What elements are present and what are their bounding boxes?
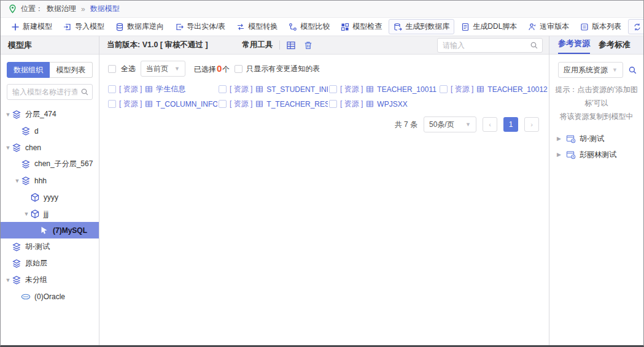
tree-item[interactable]: 胡-测试 [1, 238, 99, 255]
reference-tree-item[interactable]: ▶彭丽林测试 [557, 147, 643, 162]
resource-name-link[interactable]: TEACHER_10012 [487, 85, 547, 94]
tree-item-label: d [34, 127, 39, 135]
tree-item[interactable]: yyyy [1, 189, 99, 205]
ddl-script-icon [461, 23, 470, 31]
resource-checkbox[interactable] [219, 100, 227, 108]
resource-checkbox[interactable] [329, 85, 337, 93]
toolbar-new-model-button[interactable]: 新建模型 [7, 20, 56, 34]
tree-item[interactable]: ▼hhh [1, 172, 99, 189]
pagination-total: 共 7 条 [395, 120, 417, 130]
toolbar: 新建模型导入模型数据库逆向导出实体/表模型转换模型比较模型检查生成到数据库生成D… [1, 18, 643, 36]
toolbar-version-list-button[interactable]: 版本列表 [576, 20, 626, 34]
resource-item: [ 资源 ]WPJSXX [329, 99, 438, 109]
tree-item[interactable]: 原始层 [1, 255, 99, 272]
toolbar-new-model-label: 新建模型 [23, 21, 52, 32]
resource-checkbox[interactable] [108, 100, 116, 108]
model-search-input[interactable] [7, 84, 93, 100]
resource-tag: [ 资源 ] [119, 84, 142, 94]
toolbar-submit-version-button[interactable]: 送审版本 [524, 20, 573, 34]
tree-item[interactable]: ▼chen [1, 139, 99, 156]
toolbar-generate-to-db-label: 生成到数据库 [405, 21, 449, 32]
toolbar-model-transform-button[interactable]: 模型转换 [232, 20, 282, 34]
resource-checkbox[interactable] [440, 85, 448, 93]
toolbar-model-compare-button[interactable]: 模型比较 [284, 20, 334, 34]
page-size-select[interactable]: 50条/页 ▼ [424, 116, 476, 132]
toolbar-db-reverse-button[interactable]: 数据库逆向 [111, 20, 168, 34]
reference-panel: 参考资源参考标准 应用系统资源 ▼ 提示：点击资源的'添加图标'可以 将该资源复… [549, 36, 643, 345]
resource-name-link[interactable]: T_TEACHER_RESEARCH [266, 100, 328, 109]
tab-ref-standards[interactable]: 参考标准 [599, 39, 630, 54]
tab-model-list[interactable]: 模型列表 [50, 62, 93, 78]
toolbar-import-model-button[interactable]: 导入模型 [59, 20, 109, 34]
resource-checkbox[interactable] [329, 100, 337, 108]
caret-down-icon[interactable]: ▼ [4, 112, 12, 118]
resource-checkbox[interactable] [219, 85, 227, 93]
caret-down-icon[interactable]: ▼ [14, 178, 21, 184]
layers-icon [12, 110, 21, 120]
transform-icon [236, 23, 245, 31]
resource-tag: [ 资源 ] [119, 99, 142, 109]
resource-tag: [ 资源 ] [340, 84, 363, 94]
caret-down-icon[interactable]: ▼ [4, 277, 12, 283]
page-scope-select[interactable]: 当前页 ▼ [141, 61, 185, 77]
search-icon[interactable] [628, 66, 637, 75]
model-search [7, 84, 93, 100]
current-page-button[interactable]: 1 [503, 117, 518, 132]
tree-item[interactable]: d [1, 123, 99, 139]
main-search-input[interactable] [437, 38, 543, 53]
prev-page-button[interactable]: ‹ [483, 117, 497, 132]
check-grid-icon [341, 23, 349, 31]
resource-checkbox[interactable] [108, 85, 116, 93]
toolbar-model-check-button[interactable]: 模型检查 [336, 20, 386, 34]
tree-item[interactable]: ▼jjj [1, 205, 99, 222]
caret-down-icon[interactable]: ▼ [4, 145, 12, 151]
select-all-checkbox[interactable] [108, 65, 116, 73]
tree-item[interactable]: chen_子分层_567 [1, 156, 99, 172]
resource-type-select[interactable]: 应用系统资源 ▼ [558, 62, 623, 78]
changed-only-label: 只显示有变更通知的表 [246, 64, 320, 74]
resource-name-link[interactable]: TEACHER_10011 [377, 85, 436, 94]
search-icon[interactable] [80, 88, 89, 96]
tree-item[interactable]: (0)Oracle [1, 288, 99, 305]
breadcrumb: 位置： 数据治理 » 数据模型 [1, 1, 643, 18]
search-icon[interactable] [530, 41, 538, 50]
main-search [437, 38, 543, 53]
resource-name-link[interactable]: 学生信息 [156, 84, 185, 94]
caret-right-icon[interactable]: ▶ [557, 135, 563, 142]
tab-data-org[interactable]: 数据组织 [7, 62, 50, 78]
resource-item: [ 资源 ]ST_STUDENT_INFO [219, 84, 328, 94]
resource-item: [ 资源 ]学生信息 [108, 84, 217, 94]
tree-item-label: chen [25, 143, 41, 152]
table-tool-button[interactable] [286, 40, 296, 50]
caret-down-icon[interactable]: ▼ [23, 211, 30, 217]
breadcrumb-root[interactable]: 数据治理 [47, 4, 76, 14]
resource-name-link[interactable]: ST_STUDENT_INFO [266, 85, 328, 94]
app-system-icon [566, 150, 576, 159]
tree-item-label: hhh [34, 177, 47, 185]
toolbar-generate-ddl-button[interactable]: 生成DDL脚本 [457, 20, 521, 34]
change-icon [633, 23, 642, 31]
tree-item-label: yyyy [44, 193, 58, 202]
toolbar-change-button[interactable]: 变更 [628, 19, 644, 34]
model-library-panel: 模型库 数据组织模型列表 ▼分层_474d▼chenchen_子分层_567▼h… [1, 36, 99, 345]
toolbar-generate-to-db-button[interactable]: 生成到数据库 [389, 19, 454, 34]
reference-tree-item[interactable]: ▶胡-测试 [557, 131, 643, 147]
tree-item[interactable]: (7)MySQL [1, 222, 99, 238]
selected-count-text: 已选择0个 [194, 63, 230, 75]
changed-only-checkbox[interactable] [235, 65, 242, 73]
tree-item[interactable]: ▼未分组 [1, 272, 99, 288]
layers-icon [21, 159, 31, 169]
next-page-button[interactable]: › [524, 117, 539, 132]
resource-name-link[interactable]: T_COLUMN_INFO [156, 100, 217, 109]
tree-item[interactable]: ▼分层_474 [1, 106, 99, 123]
layers-icon [21, 126, 31, 136]
breadcrumb-current[interactable]: 数据模型 [90, 4, 120, 14]
resource-name-link[interactable]: WPJSXX [377, 100, 407, 109]
delete-tool-button[interactable] [303, 40, 313, 50]
tab-ref-resources[interactable]: 参考资源 [558, 38, 590, 54]
resource-tag: [ 资源 ] [451, 84, 473, 94]
import-icon [63, 23, 72, 31]
cube-icon [30, 193, 40, 202]
toolbar-export-entity-button[interactable]: 导出实体/表 [171, 20, 230, 34]
caret-right-icon[interactable]: ▶ [557, 151, 563, 158]
